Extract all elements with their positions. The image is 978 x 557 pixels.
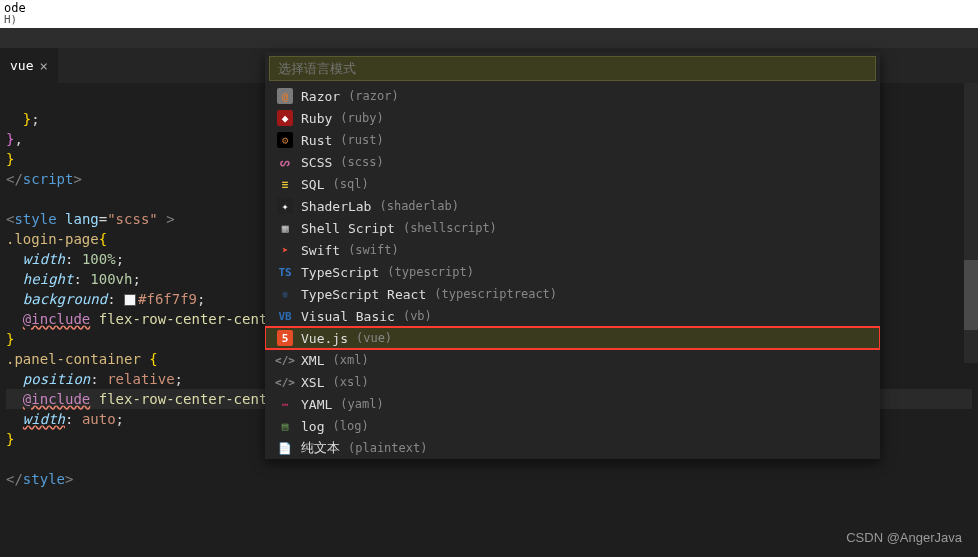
language-option--[interactable]: 📄纯文本(plaintext) — [265, 437, 880, 459]
language-hint: (shaderlab) — [379, 199, 458, 213]
language-hint: (vue) — [356, 331, 392, 345]
language-icon: ▤ — [277, 418, 293, 434]
language-icon: 📄 — [277, 440, 293, 456]
language-hint: (xsl) — [332, 375, 368, 389]
language-hint: (razor) — [348, 89, 399, 103]
language-option-typescript[interactable]: TSTypeScript(typescript) — [265, 261, 880, 283]
language-hint: (sql) — [332, 177, 368, 191]
language-label: 纯文本 — [301, 439, 340, 457]
language-icon: ➤ — [277, 242, 293, 258]
language-label: Ruby — [301, 111, 332, 126]
language-option-shell-script[interactable]: ▦Shell Script(shellscript) — [265, 217, 880, 239]
language-option-vue-js[interactable]: 5Vue.js(vue) — [265, 327, 880, 349]
watermark: CSDN @AngerJava — [846, 530, 962, 545]
language-hint: (log) — [332, 419, 368, 433]
color-swatch — [124, 294, 136, 306]
language-icon: </> — [277, 352, 293, 368]
language-icon: ᔕ — [277, 154, 293, 170]
language-list: @Razor(razor)◆Ruby(ruby)⚙Rust(rust)ᔕSCSS… — [265, 85, 880, 459]
language-option-typescript-react[interactable]: ⚛TypeScript React(typescriptreact) — [265, 283, 880, 305]
language-label: Vue.js — [301, 331, 348, 346]
language-hint: (xml) — [332, 353, 368, 367]
language-hint: (rust) — [340, 133, 383, 147]
language-label: XSL — [301, 375, 324, 390]
language-hint: (typescriptreact) — [434, 287, 557, 301]
language-label: TypeScript — [301, 265, 379, 280]
language-hint: (ruby) — [340, 111, 383, 125]
language-label: Rust — [301, 133, 332, 148]
language-hint: (swift) — [348, 243, 399, 257]
language-icon: @ — [277, 88, 293, 104]
language-icon: 5 — [277, 330, 293, 346]
titlebar-spacer — [0, 28, 978, 48]
language-hint: (shellscript) — [403, 221, 497, 235]
language-hint: (yaml) — [340, 397, 383, 411]
language-label: Visual Basic — [301, 309, 395, 324]
language-option-xml[interactable]: </>XML(xml) — [265, 349, 880, 371]
language-option-sql[interactable]: ≡SQL(sql) — [265, 173, 880, 195]
language-icon: ✦ — [277, 198, 293, 214]
language-label: Razor — [301, 89, 340, 104]
language-option-ruby[interactable]: ◆Ruby(ruby) — [265, 107, 880, 129]
language-label: log — [301, 419, 324, 434]
language-icon: VB — [277, 308, 293, 324]
language-icon: ⋯ — [277, 396, 293, 412]
language-option-razor[interactable]: @Razor(razor) — [265, 85, 880, 107]
scrollbar-thumb[interactable] — [964, 260, 978, 330]
language-option-xsl[interactable]: </>XSL(xsl) — [265, 371, 880, 393]
language-icon: ⚙ — [277, 132, 293, 148]
language-picker: @Razor(razor)◆Ruby(ruby)⚙Rust(rust)ᔕSCSS… — [265, 52, 880, 459]
editor-tab[interactable]: vue × — [0, 48, 58, 83]
language-option-scss[interactable]: ᔕSCSS(scss) — [265, 151, 880, 173]
language-icon: ≡ — [277, 176, 293, 192]
language-icon: TS — [277, 264, 293, 280]
tab-filename: vue — [10, 58, 33, 73]
language-icon: ▦ — [277, 220, 293, 236]
language-hint: (typescript) — [387, 265, 474, 279]
language-label: ShaderLab — [301, 199, 371, 214]
language-option-yaml[interactable]: ⋯YAML(yaml) — [265, 393, 880, 415]
language-option-shaderlab[interactable]: ✦ShaderLab(shaderlab) — [265, 195, 880, 217]
language-label: SQL — [301, 177, 324, 192]
language-label: XML — [301, 353, 324, 368]
title-line1: ode — [4, 2, 974, 14]
language-option-rust[interactable]: ⚙Rust(rust) — [265, 129, 880, 151]
window-titlebar: ode H) — [0, 0, 978, 28]
language-label: Shell Script — [301, 221, 395, 236]
language-option-log[interactable]: ▤log(log) — [265, 415, 880, 437]
language-icon: ⚛ — [277, 286, 293, 302]
language-hint: (scss) — [340, 155, 383, 169]
language-label: SCSS — [301, 155, 332, 170]
language-label: YAML — [301, 397, 332, 412]
language-label: TypeScript React — [301, 287, 426, 302]
language-search-input[interactable] — [269, 56, 876, 81]
language-icon: ◆ — [277, 110, 293, 126]
language-hint: (vb) — [403, 309, 432, 323]
language-hint: (plaintext) — [348, 441, 427, 455]
language-icon: </> — [277, 374, 293, 390]
close-icon[interactable]: × — [39, 58, 47, 74]
language-label: Swift — [301, 243, 340, 258]
title-line2: H) — [4, 14, 974, 26]
language-option-swift[interactable]: ➤Swift(swift) — [265, 239, 880, 261]
language-option-visual-basic[interactable]: VBVisual Basic(vb) — [265, 305, 880, 327]
